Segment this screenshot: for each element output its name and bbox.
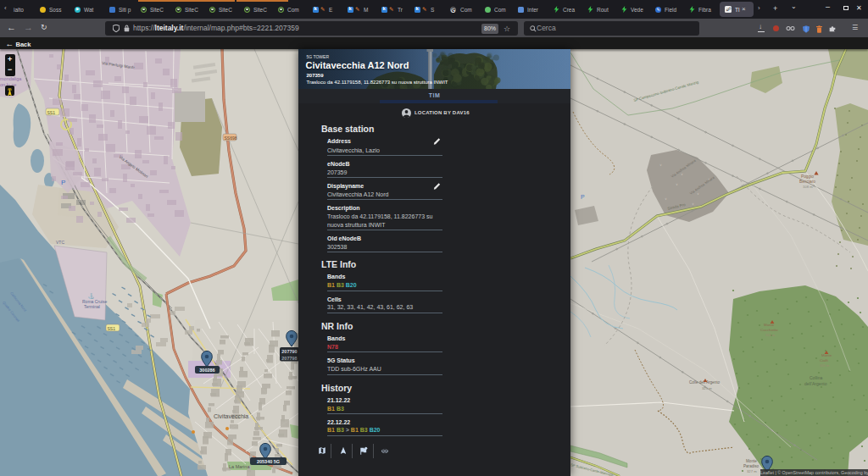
- svg-text:VTC: VTC: [56, 240, 64, 245]
- svg-text:Poggio: Poggio: [801, 174, 814, 179]
- svg-text:Cucchietto: Cucchietto: [760, 328, 778, 332]
- svg-text:300286: 300286: [199, 368, 214, 373]
- svg-text:P: P: [61, 179, 65, 186]
- svg-text:∨: ∨: [665, 196, 667, 201]
- svg-text:SS1: SS1: [47, 110, 56, 115]
- svg-text:205340 5G: 205340 5G: [257, 459, 280, 464]
- svg-text:314 m: 314 m: [765, 333, 776, 337]
- svg-text:305 m: 305 m: [820, 363, 830, 368]
- svg-text:La Marina: La Marina: [229, 464, 250, 469]
- svg-text:SS1: SS1: [108, 326, 116, 331]
- svg-text:∨: ∨: [692, 202, 694, 206]
- svg-text:P: P: [581, 194, 585, 200]
- svg-text:327 m: 327 m: [747, 469, 757, 473]
- svg-text:Monte: Monte: [746, 459, 757, 463]
- svg-text:108 m: 108 m: [803, 185, 813, 189]
- svg-text:∨: ∨: [659, 163, 662, 167]
- svg-text:⚓: ⚓: [88, 293, 95, 300]
- svg-text:207798: 207798: [281, 356, 297, 361]
- svg-text:Paradiso: Paradiso: [743, 464, 760, 468]
- svg-text:Terminal: Terminal: [84, 304, 100, 309]
- svg-text:SS698: SS698: [225, 136, 237, 141]
- svg-text:Cialfi: Cialfi: [820, 358, 828, 363]
- svg-text:dell’Argento: dell’Argento: [804, 381, 827, 386]
- svg-text:mondaliga: mondaliga: [0, 76, 22, 81]
- svg-text:Civitavecchia: Civitavecchia: [214, 413, 248, 419]
- svg-text:Collina: Collina: [810, 375, 823, 380]
- svg-text:207790: 207790: [281, 349, 297, 354]
- svg-text:∨: ∨: [676, 182, 678, 186]
- svg-text:Benciaro: Benciaro: [799, 180, 815, 184]
- svg-text:325 m: 325 m: [702, 386, 712, 390]
- svg-text:∨: ∨: [697, 191, 699, 196]
